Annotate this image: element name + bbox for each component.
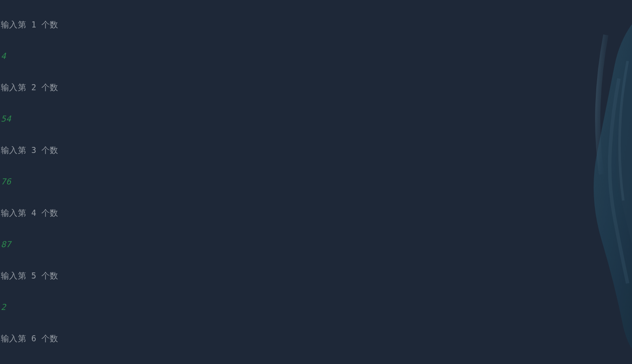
input-value: 54 [1,111,632,126]
input-value: 76 [1,173,632,189]
prompt-line: 输入第 2 个数 [1,79,632,95]
terminal-output: 输入第 1 个数 4 输入第 2 个数 54 输入第 3 个数 76 输入第 4… [1,1,632,364]
prompt-line: 输入第 6 个数 [1,330,632,346]
prompt-line: 输入第 3 个数 [1,142,632,158]
input-value: 4 [1,48,632,64]
prompt-line: 输入第 4 个数 [1,205,632,221]
prompt-line: 输入第 5 个数 [1,268,632,283]
input-value: 2 [1,299,632,315]
input-value: 87 [1,236,632,252]
input-value: 3 [1,362,632,364]
prompt-line: 输入第 1 个数 [1,17,632,32]
